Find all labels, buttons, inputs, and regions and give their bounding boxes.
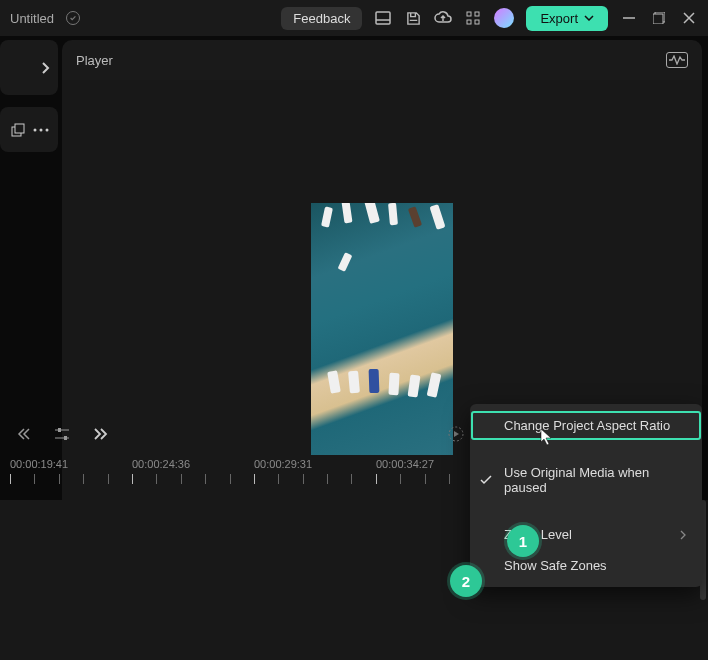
- callout-badge-2: 2: [450, 565, 482, 597]
- menu-change-aspect[interactable]: Change Project Aspect Ratio: [470, 410, 702, 441]
- layer-icon[interactable]: [9, 121, 27, 139]
- menu-change-aspect-label: Change Project Aspect Ratio: [504, 418, 670, 433]
- maximize-button[interactable]: [650, 9, 668, 27]
- svg-rect-8: [653, 14, 663, 24]
- scope-icon[interactable]: [666, 52, 688, 68]
- apps-icon[interactable]: [464, 9, 482, 27]
- time-mark-1: 00:00:24:36: [132, 458, 254, 470]
- user-avatar[interactable]: [494, 8, 514, 28]
- svg-rect-24: [64, 436, 67, 440]
- feedback-button[interactable]: Feedback: [281, 7, 362, 30]
- svg-point-11: [33, 128, 36, 131]
- save-icon[interactable]: [404, 9, 422, 27]
- minimize-button[interactable]: [620, 9, 638, 27]
- left-tools: [0, 107, 58, 152]
- submenu-arrow-icon: [680, 530, 686, 540]
- export-label: Export: [540, 11, 578, 26]
- svg-point-12: [39, 128, 42, 131]
- menu-use-original-label: Use Original Media when paused: [504, 465, 686, 495]
- menu-safe-zones-label: Show Safe Zones: [504, 558, 607, 573]
- left-panel-header: [0, 40, 58, 95]
- player-context-menu: Change Project Aspect Ratio Use Original…: [470, 404, 702, 587]
- svg-rect-3: [475, 12, 479, 16]
- speed-icon[interactable]: [446, 424, 466, 444]
- close-button[interactable]: [680, 9, 698, 27]
- adjust-icon[interactable]: [52, 424, 72, 444]
- player-header: Player: [62, 40, 702, 80]
- menu-use-original[interactable]: Use Original Media when paused: [470, 457, 702, 503]
- menu-safe-zones[interactable]: Show Safe Zones: [470, 550, 702, 581]
- svg-rect-10: [15, 124, 24, 133]
- svg-rect-5: [475, 20, 479, 24]
- svg-rect-2: [467, 12, 471, 16]
- sync-status-icon[interactable]: [66, 11, 80, 25]
- svg-rect-0: [376, 12, 390, 24]
- expand-panel-icon[interactable]: [40, 61, 50, 75]
- svg-rect-23: [58, 428, 61, 432]
- player-title: Player: [76, 53, 113, 68]
- title-bar: Untitled Feedback Export: [0, 0, 708, 36]
- export-button[interactable]: Export: [526, 6, 608, 31]
- check-icon: [480, 475, 492, 485]
- svg-point-13: [45, 128, 48, 131]
- more-icon[interactable]: [32, 121, 50, 139]
- cloud-icon[interactable]: [434, 9, 452, 27]
- time-mark-0: 00:00:19:41: [10, 458, 132, 470]
- chevron-forward-icon[interactable]: [90, 424, 110, 444]
- svg-rect-4: [467, 20, 471, 24]
- chevron-down-icon: [584, 15, 594, 21]
- time-mark-2: 00:00:29:31: [254, 458, 376, 470]
- menu-zoom-level[interactable]: Zoom Level: [470, 519, 702, 550]
- cursor-icon: [540, 428, 554, 446]
- project-title: Untitled: [10, 11, 54, 26]
- callout-badge-1: 1: [507, 525, 539, 557]
- keyframe-back-icon[interactable]: [14, 424, 34, 444]
- layout-icon[interactable]: [374, 9, 392, 27]
